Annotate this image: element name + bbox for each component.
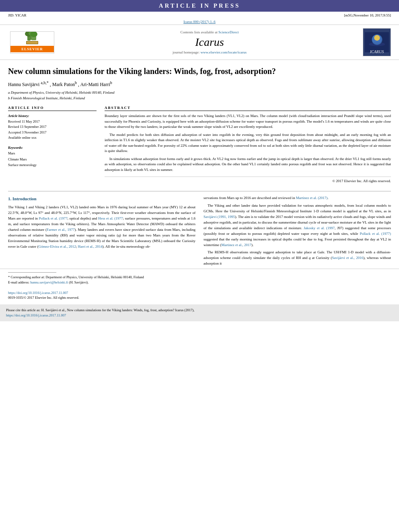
elsevier-logo-top [10, 32, 54, 46]
journal-center: Contents lists available at ScienceDirec… [56, 30, 363, 54]
doi-footnote-link[interactable]: https://doi.org/10.1016/j.icarus.2017.11… [8, 291, 68, 295]
email-label: E-mail address: [8, 280, 29, 284]
abstract-column: ABSTRACT Boundary layer simulations are … [105, 106, 391, 183]
ref-martinez2017b[interactable]: Martinez et al., 2017 [221, 243, 251, 247]
svg-point-11 [369, 42, 385, 46]
keywords-section: Keywords: Mars Climate Mars Surface mete… [8, 145, 97, 168]
svg-point-9 [372, 35, 382, 44]
abstract-para1: Boundary layer simulations are shown for… [105, 113, 391, 130]
journal-homepage: journal homepage: www.elsevier.com/locat… [56, 50, 363, 54]
abstract-para3: In simulations without adsorption frost … [105, 156, 391, 173]
article-info-header: ARTICLE INFO [8, 106, 97, 111]
authors: Hannu Savijärvi a,b,* , Mark Patonb , Ar… [8, 80, 391, 88]
citation-box: Please cite this article as: H. Savijärv… [0, 304, 399, 321]
abstract-para2: The model predicts for both sites diffus… [105, 132, 391, 154]
affiliation-a: a Department of Physics, University of H… [8, 90, 391, 96]
ref-pollack1977[interactable]: Pollack et al. (1977 [39, 216, 68, 220]
svg-point-5 [30, 31, 37, 37]
footnote-separator [8, 272, 56, 273]
right-para1: servations from Mars up to 2016 are desc… [204, 195, 391, 201]
sciencedirect-link[interactable]: ScienceDirect [218, 30, 239, 34]
affiliations: a Department of Physics, University of H… [8, 90, 391, 101]
icarus-logo-box: ICARUS [363, 28, 391, 56]
author-harri: Ari-Matti Harri [80, 82, 110, 87]
journal-name: Icarus [56, 36, 363, 49]
ref-farmer1977[interactable]: Farmer et al., 1977 [47, 228, 75, 232]
article-history: Article history: Received 11 May 2017 Re… [8, 113, 97, 141]
author-savijarvi: Hannu Savijärvi [8, 82, 41, 87]
abstract-text: Boundary layer simulations are shown for… [105, 113, 391, 173]
right-para2: The Viking and other lander data have pr… [204, 203, 391, 248]
body-left-col: 1. Introduction The Viking 1 and Viking … [8, 195, 195, 269]
author-paton: Mark Paton [52, 82, 75, 87]
tree-icon [21, 31, 43, 47]
article-info-abstract-section: ARTICLE INFO Article history: Received 1… [8, 106, 391, 183]
ref-pollack1977b[interactable]: Pollack et al. (1977) [360, 232, 391, 236]
intro-body-text: The Viking 1 and Viking 2 landers (VL1, … [8, 205, 195, 250]
jid-row: JID: YICAR [m5G;November 10, 2017;9:55] [0, 12, 399, 19]
ref-savijarvi2016[interactable]: Savijärvi et al., 2016 [332, 256, 363, 260]
doi-row[interactable]: Icarus 000 (2017) 1–6 [0, 19, 399, 25]
footnote-area: * Corresponding author at: Department of… [0, 269, 399, 302]
citation-doi-link[interactable]: https://doi.org/10.1016/j.icarus.2017.11… [6, 313, 66, 317]
elsevier-logo-box: ELSEVIER [10, 31, 54, 53]
ref-harri2014[interactable]: Harri et al., 2014 [78, 244, 102, 249]
doi-footnote: https://doi.org/10.1016/j.icarus.2017.11… [8, 290, 391, 296]
icarus-logo-label: ICARUS [370, 49, 384, 54]
intro-para1: The Viking 1 and Viking 2 landers (VL1, … [8, 205, 195, 250]
email-link[interactable]: hannu.savijarvi@helsinki.fi [30, 280, 68, 284]
email-line: E-mail address: hannu.savijarvi@helsinki… [8, 280, 391, 285]
affiliation-b: b Finnish Meteorological Institute, Hels… [8, 96, 391, 101]
available-online: Available online xxx [8, 135, 97, 141]
journal-header: ELSEVIER Contents lists available at Sci… [0, 25, 399, 60]
ref-savijarvi1995[interactable]: 1995 [228, 215, 235, 219]
abstract-header: ABSTRACT [105, 106, 391, 111]
body-two-column: 1. Introduction The Viking 1 and Viking … [0, 195, 399, 269]
intro-section-title: 1. Introduction [8, 195, 195, 202]
received-date: Received 11 May 2017 [8, 119, 97, 125]
keywords-label-row: Keywords: [8, 145, 97, 150]
jid-left: JID: YICAR [8, 13, 26, 17]
article-info-column: ARTICLE INFO Article history: Received 1… [8, 106, 97, 183]
article-in-press-banner: ARTICLE IN PRESS [0, 0, 399, 12]
contents-line: Contents lists available at ScienceDirec… [56, 30, 363, 34]
ref-savijarvi1991[interactable]: Savijärvi (1991, [204, 215, 227, 219]
ref-martinez2017[interactable]: Martinez et al. (2017) [296, 196, 327, 200]
keyword-mars: Mars [8, 150, 97, 156]
section-divider [8, 191, 391, 191]
accepted-date: Accepted 3 November 2017 [8, 130, 97, 136]
copyright-line: © 2017 Elsevier Inc. All rights reserved… [105, 177, 391, 183]
homepage-link[interactable]: www.elsevier.com/locate/icarus [201, 50, 247, 54]
history-label: Article history: [8, 113, 97, 119]
svg-point-10 [374, 35, 380, 41]
revised-date: Revised 13 September 2017 [8, 124, 97, 130]
citation-text: Please cite this article as: H. Savijärv… [6, 308, 194, 312]
ref-jakosky1997[interactable]: Jakosky et al. (1997 [304, 226, 335, 230]
right-para3: The REMS-H observations strongly suggest… [204, 250, 391, 267]
elsevier-logo: ELSEVIER [8, 31, 56, 53]
article-title: New column simulations for the Viking la… [8, 66, 391, 76]
email-person: (H. Savijärvi). [69, 280, 89, 284]
main-content: New column simulations for the Viking la… [0, 60, 399, 187]
corresponding-author-note: * Corresponding author at: Department of… [8, 275, 391, 280]
ref-hess1977[interactable]: Hess et al. (1977 [98, 216, 123, 220]
doi-link[interactable]: Icarus 000 (2017) 1–6 [183, 20, 216, 24]
right-body-text: servations from Mars up to 2016 are desc… [204, 195, 391, 267]
keyword-surface-meteorology: Surface meteorology [8, 162, 97, 168]
body-right-col: servations from Mars up to 2016 are desc… [204, 195, 391, 269]
ref-gomez2012[interactable]: Gómez-Elvira et al., 2012 [38, 244, 76, 249]
issn-line: 0019-1035/© 2017 Elsevier Inc. All right… [8, 295, 391, 300]
keyword-climate-mars: Climate Mars [8, 156, 97, 162]
svg-rect-7 [27, 41, 38, 44]
jid-right: [m5G;November 10, 2017;9:55] [344, 13, 391, 17]
elsevier-text: ELSEVIER [10, 46, 54, 52]
